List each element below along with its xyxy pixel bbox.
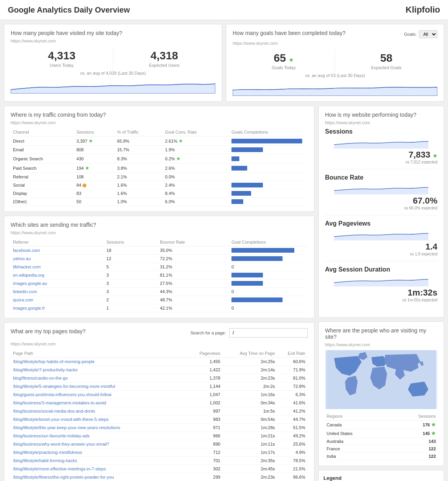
page-pageviews: 971 bbox=[188, 424, 223, 432]
goals-card-title: How many goals have been completed today… bbox=[233, 30, 345, 36]
referral-completions bbox=[229, 279, 308, 288]
conv-star-icon: ★ bbox=[178, 138, 183, 144]
referral-name: quora.com bbox=[11, 296, 104, 304]
page-avgtime: 1m:11s bbox=[223, 440, 277, 448]
referral-sessions: 2 bbox=[104, 296, 158, 304]
region-name: Canada bbox=[325, 420, 391, 429]
legend-title: Legend bbox=[323, 475, 439, 481]
referral-name: yahoo.au bbox=[11, 255, 104, 263]
page-avgtime: 1m:5s bbox=[223, 407, 277, 415]
page-exitrate: 4.9% bbox=[277, 448, 308, 457]
top-pages-url: https://www.skynet.com bbox=[11, 341, 308, 346]
expected-goals-block: 58 Expected Goals bbox=[335, 49, 437, 73]
referral-completions bbox=[229, 246, 308, 255]
page-pageviews: 712 bbox=[188, 448, 223, 457]
traffic-bar bbox=[231, 147, 263, 152]
pages-col-exit: Exit Rate bbox=[277, 349, 308, 358]
traffic-table-row: Paid Search 194 ★ 3.8% 2.6% bbox=[11, 163, 308, 173]
region-name: United States bbox=[325, 429, 391, 438]
perf-star-icon: ★ bbox=[433, 153, 437, 159]
search-page-input[interactable] bbox=[229, 328, 308, 338]
performance-metric-block: Avg Session Duration 1m:32s vs 1m:55s ex… bbox=[325, 266, 437, 307]
page-pageviews: 966 bbox=[188, 432, 223, 440]
referral-sessions: 5 bbox=[104, 263, 158, 271]
page-exitrate: 60.6% bbox=[277, 358, 308, 366]
page-exitrate: 41.2% bbox=[277, 407, 308, 415]
region-star-icon: ★ bbox=[431, 430, 436, 436]
perf-metric-value: 1.4 bbox=[410, 242, 437, 252]
referral-bar bbox=[231, 256, 283, 261]
traffic-completions bbox=[229, 136, 308, 146]
page-path: /blog/lifestyle/more-effective-meetings-… bbox=[11, 465, 188, 473]
top-pages-table: Page Path Pageviews Avg Time on Page Exi… bbox=[11, 349, 308, 481]
traffic-table-row: Organic Search 430 8.3% 0.2% ★ bbox=[11, 154, 308, 163]
pages-table-row: blog/fitness/cardio-on-the-go 1,378 2m:2… bbox=[11, 374, 308, 382]
traffic-sessions: 84 bbox=[74, 181, 115, 189]
referral-table-row: en.wikipedia.org 3 81.1% bbox=[11, 271, 308, 279]
traffic-table: Channel Sessions % of Traffic Goal Conv.… bbox=[11, 128, 308, 206]
traffic-bar bbox=[231, 166, 247, 171]
goals-vs-text: vs. an avg of 53 (Last 30 Days) bbox=[233, 73, 437, 78]
referral-table-row: facebook.com 18 35.0% bbox=[11, 246, 308, 255]
referral-sessions: 3 bbox=[104, 271, 158, 279]
traffic-channel: Direct bbox=[11, 136, 74, 146]
traffic-table-row: Display 83 1.6% 8.4% bbox=[11, 189, 308, 198]
perf-metric-value: 7,833 ★ bbox=[406, 150, 437, 160]
goals-sparkline bbox=[233, 80, 437, 96]
performance-metric-block: Sessions 7,833 ★ vs 7,012 expected bbox=[325, 128, 437, 169]
page-path: /blog/lifestyle/habit-forming-hacks bbox=[11, 457, 188, 465]
referral-completions: 0 bbox=[229, 263, 308, 271]
region-sessions: 143 bbox=[391, 438, 437, 445]
page-path: /blog/lifestyle/top-habits-of-morning-pe… bbox=[11, 358, 188, 366]
page-avgtime: 2m:45s bbox=[223, 465, 277, 473]
page-title: Google Analytics Daily Overview bbox=[8, 6, 130, 15]
referral-table-row: linkedin.com 3 44.3% 0 bbox=[11, 288, 308, 296]
traffic-channel: Display bbox=[11, 189, 74, 198]
referral-bar bbox=[231, 297, 283, 302]
perf-sparkline bbox=[325, 137, 437, 149]
region-table-row: United States 145 ★ bbox=[325, 429, 437, 438]
traffic-conv: 0.0% bbox=[163, 173, 229, 181]
map-title: Where are the people who are visiting my… bbox=[325, 327, 437, 340]
page-path: /blog/lifestyle/7-productivity-hacks bbox=[11, 366, 188, 374]
performance-title: How is my website performing today? bbox=[325, 112, 437, 118]
perf-metric-label: Avg Pageviews bbox=[325, 220, 437, 227]
visitors-sparkline bbox=[11, 78, 215, 94]
referral-name: lifehacker.com bbox=[11, 263, 104, 271]
performance-metric-block: Bounce Rate 67.0% vs 66.0% expected bbox=[325, 174, 437, 215]
page-path: /blog/business/social-media-dos-and-dont… bbox=[11, 407, 188, 415]
referral-table-row: images.google.fr 1 42.1% 0 bbox=[11, 304, 308, 312]
expected-users-block: 4,318 Expected Users bbox=[113, 46, 215, 71]
referral-col-bounce: Bounce Rate bbox=[158, 238, 229, 246]
performance-metric-block: Avg Pageviews 1.4 vs 1.8 expected bbox=[325, 220, 437, 261]
page-exitrate: 25.6% bbox=[277, 440, 308, 448]
pages-table-row: /blog/lifestyle/fitness/the-right-protei… bbox=[11, 473, 308, 481]
referral-name: images.google.fr bbox=[11, 304, 104, 312]
expected-users-value: 4,318 bbox=[116, 50, 212, 62]
perf-metric-label: Avg Session Duration bbox=[325, 266, 437, 273]
region-star-icon: ★ bbox=[431, 422, 436, 428]
pages-table-row: /blog/lifestyle/practicing-mindfulness 7… bbox=[11, 448, 308, 457]
visitors-card: How many people have visited my site tod… bbox=[4, 24, 222, 102]
traffic-col-sessions: Sessions bbox=[74, 128, 115, 136]
traffic-sessions: 83 bbox=[74, 189, 115, 198]
traffic-pct: 3.8% bbox=[115, 163, 163, 173]
referral-completions bbox=[229, 271, 308, 279]
region-name: Australia bbox=[325, 438, 391, 445]
referral-completions: 0 bbox=[229, 288, 308, 296]
page-pageviews: 890 bbox=[188, 440, 223, 448]
page-exitrate: 81.0% bbox=[277, 374, 308, 382]
pages-table-row: /blog/lifestyle/more-effective-meetings-… bbox=[11, 465, 308, 473]
pages-col-path: Page Path bbox=[11, 349, 188, 358]
goals-star-icon: ★ bbox=[289, 57, 294, 63]
page-exitrate: 21.5% bbox=[277, 465, 308, 473]
referral-table-row: quora.com 2 48.7% bbox=[11, 296, 308, 304]
page-pageviews: 1,144 bbox=[188, 382, 223, 391]
traffic-sessions: 194 ★ bbox=[74, 163, 115, 173]
perf-metric-vs: vs 1.8 expected bbox=[410, 252, 437, 256]
goals-select[interactable]: All bbox=[419, 30, 437, 38]
traffic-conv: 6.0% bbox=[163, 198, 229, 206]
page-exitrate: 71.9% bbox=[277, 366, 308, 374]
region-table-row: France 122 bbox=[325, 445, 437, 453]
traffic-bar bbox=[231, 199, 243, 204]
